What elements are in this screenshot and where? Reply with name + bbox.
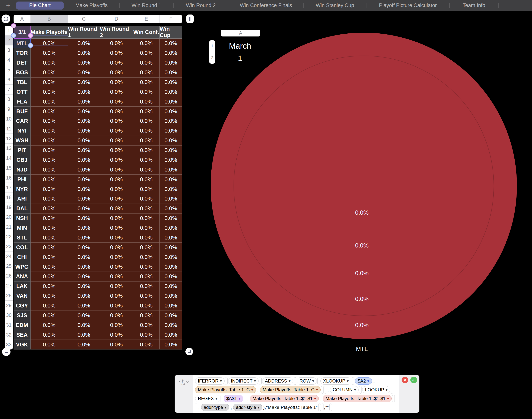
tab-win-round-1[interactable]: Win Round 1: [120, 0, 173, 11]
formula-ref-make-playoffs-table-1-$1-$1[interactable]: Make Playoffs::Table 1::$1:$1▼: [323, 395, 392, 402]
tab-playoff-picture-calculator[interactable]: Playoff Picture Calculator: [366, 0, 449, 11]
column-header-e[interactable]: E: [133, 15, 160, 23]
value-cell[interactable]: 0.0%: [133, 165, 160, 175]
value-cell[interactable]: 0.0%: [133, 291, 160, 301]
row-number-17[interactable]: 17: [5, 183, 13, 193]
value-cell[interactable]: 0.0%: [68, 87, 100, 97]
dropdown-triangle-icon[interactable]: ▼: [238, 397, 240, 400]
formula-ref-addr-style[interactable]: addr-style▼: [233, 404, 262, 411]
value-cell[interactable]: 0.0%: [100, 106, 133, 116]
column-header-bar[interactable]: ABCDEF: [13, 15, 182, 23]
row-number-15[interactable]: 15: [5, 163, 13, 173]
row-number-18[interactable]: 18: [5, 193, 13, 202]
value-cell[interactable]: 0.0%: [133, 252, 160, 262]
value-cell[interactable]: 0.0%: [160, 87, 182, 97]
value-cell[interactable]: 0.0%: [100, 165, 133, 175]
value-cell[interactable]: 0.0%: [31, 136, 68, 145]
value-cell[interactable]: 0.0%: [133, 320, 160, 330]
formula-ref-make-playoffs-table-1-c[interactable]: Make Playoffs::Table 1::C▼: [195, 386, 256, 393]
value-cell[interactable]: 0.0%: [68, 213, 100, 223]
chevron-down-icon[interactable]: [186, 380, 189, 383]
dropdown-triangle-icon[interactable]: ▼: [387, 397, 389, 400]
value-cell[interactable]: 0.0%: [160, 223, 182, 233]
value-cell[interactable]: 0.0%: [100, 175, 133, 184]
team-cell-njd[interactable]: NJD: [13, 165, 31, 175]
value-cell[interactable]: 0.0%: [160, 330, 182, 340]
value-cell[interactable]: 0.0%: [68, 330, 100, 340]
value-cell[interactable]: 0.0%: [31, 204, 68, 213]
row-number-8[interactable]: 8: [5, 94, 13, 104]
value-cell[interactable]: 0.0%: [31, 301, 68, 311]
date-table-column-header[interactable]: A: [221, 30, 260, 37]
row-number-21[interactable]: 21: [5, 222, 13, 232]
value-cell[interactable]: 0.0%: [133, 145, 160, 155]
value-cell[interactable]: 0.0%: [31, 155, 68, 165]
row-number-24[interactable]: 24: [5, 251, 13, 261]
value-cell[interactable]: 0.0%: [160, 58, 182, 68]
date-table-row-2[interactable]: 2: [209, 52, 215, 64]
formula-function-regex[interactable]: REGEX▼: [195, 395, 220, 402]
value-cell[interactable]: 0.0%: [100, 97, 133, 106]
value-cell[interactable]: 0.0%: [133, 175, 160, 184]
table-select-handle[interactable]: [1, 14, 10, 23]
row-number-11[interactable]: 11: [5, 124, 13, 134]
row-number-14[interactable]: 14: [5, 153, 13, 163]
formula-token-area[interactable]: IFERROR▼INDIRECT▼ADDRESS▼ROW▼XLOOKUP▼$A2…: [193, 375, 399, 413]
value-cell[interactable]: 0.0%: [31, 320, 68, 330]
table-extend-handle[interactable]: [185, 348, 193, 355]
team-cell-nyr[interactable]: NYR: [13, 184, 31, 194]
value-cell[interactable]: 0.0%: [160, 155, 182, 165]
formula-function-row[interactable]: ROW▼: [297, 377, 317, 385]
formula-function-iferror[interactable]: IFERROR▼: [195, 377, 225, 385]
column-header-cell[interactable]: Win Round 1: [68, 26, 100, 39]
value-cell[interactable]: 0.0%: [160, 136, 182, 145]
formula-function-address[interactable]: ADDRESS▼: [262, 377, 293, 385]
value-cell[interactable]: 0.0%: [68, 272, 100, 281]
value-cell[interactable]: 0.0%: [160, 311, 182, 320]
value-cell[interactable]: 0.0%: [68, 145, 100, 155]
value-cell[interactable]: 0.0%: [31, 233, 68, 243]
value-cell[interactable]: 0.0%: [133, 116, 160, 126]
team-cell-bos[interactable]: BOS: [13, 68, 31, 78]
value-cell[interactable]: 0.0%: [160, 116, 182, 126]
value-cell[interactable]: 0.0%: [100, 281, 133, 291]
team-cell-wsh[interactable]: WSH: [13, 136, 31, 145]
value-cell[interactable]: 0.0%: [100, 87, 133, 97]
value-cell[interactable]: 0.0%: [100, 78, 133, 87]
value-cell[interactable]: 0.0%: [100, 252, 133, 262]
value-cell[interactable]: 0.0%: [100, 223, 133, 233]
column-header-a[interactable]: A: [13, 15, 31, 23]
row-number-3[interactable]: 3: [5, 45, 13, 55]
value-cell[interactable]: 0.0%: [31, 223, 68, 233]
team-cell-nyi[interactable]: NYI: [13, 126, 31, 136]
team-cell-buf[interactable]: BUF: [13, 106, 31, 116]
value-cell[interactable]: 0.0%: [133, 97, 160, 106]
date-header-cell[interactable]: 3/1: [13, 26, 31, 39]
value-cell[interactable]: 0.0%: [133, 223, 160, 233]
row-number-6[interactable]: 6: [5, 75, 13, 85]
row-number-27[interactable]: 27: [5, 281, 13, 291]
column-header-cell[interactable]: Win Conf.: [133, 26, 160, 39]
value-cell[interactable]: 0.0%: [68, 233, 100, 243]
value-cell[interactable]: 0.0%: [160, 340, 182, 350]
value-cell[interactable]: 0.0%: [160, 145, 182, 155]
tab-win-conference-finals[interactable]: Win Conference Finals: [228, 0, 303, 11]
row-resize-handle[interactable]: =: [2, 348, 11, 356]
value-cell[interactable]: 0.0%: [160, 106, 182, 116]
team-cell-car[interactable]: CAR: [13, 116, 31, 126]
column-header-cell[interactable]: Win Cup: [160, 26, 182, 39]
dropdown-triangle-icon[interactable]: ▼: [316, 388, 318, 391]
tab-win-round-2[interactable]: Win Round 2: [174, 0, 228, 11]
value-cell[interactable]: 0.0%: [31, 213, 68, 223]
dropdown-triangle-icon[interactable]: ▼: [254, 380, 256, 382]
team-cell-stl[interactable]: STL: [13, 233, 31, 243]
value-cell[interactable]: 0.0%: [68, 175, 100, 184]
team-cell-wpg[interactable]: WPG: [13, 262, 31, 272]
value-cell[interactable]: 0.0%: [31, 194, 68, 204]
value-cell[interactable]: 0.0%: [100, 311, 133, 320]
value-cell[interactable]: 0.0%: [100, 330, 133, 340]
value-cell[interactable]: 0.0%: [160, 39, 182, 48]
value-cell[interactable]: 0.0%: [68, 204, 100, 213]
dropdown-triangle-icon[interactable]: ▼: [386, 388, 388, 391]
value-cell[interactable]: 0.0%: [133, 340, 160, 350]
